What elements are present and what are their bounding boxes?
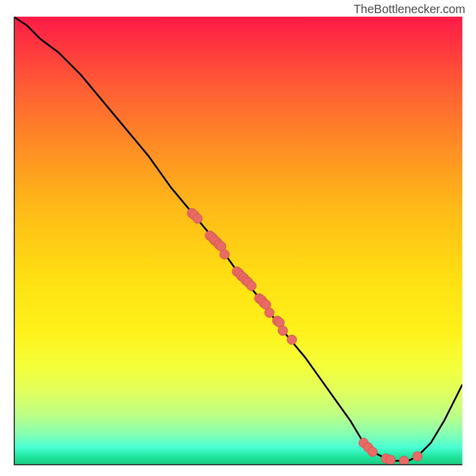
- data-marker: [287, 335, 297, 345]
- bottleneck-curve-line: [14, 17, 462, 461]
- curve-layer: [14, 17, 462, 465]
- data-marker: [265, 308, 274, 318]
- data-marker: [220, 250, 229, 259]
- data-markers: [187, 208, 422, 465]
- data-marker: [247, 281, 256, 290]
- plot-area: [14, 17, 462, 465]
- attribution-text: TheBottlenecker.com: [353, 2, 465, 16]
- data-marker: [278, 326, 287, 336]
- data-marker: [413, 452, 422, 461]
- data-marker: [193, 214, 202, 223]
- chart-container: TheBottlenecker.com: [0, 0, 476, 476]
- data-marker: [386, 455, 395, 465]
- data-marker: [368, 447, 377, 456]
- data-marker: [399, 456, 409, 466]
